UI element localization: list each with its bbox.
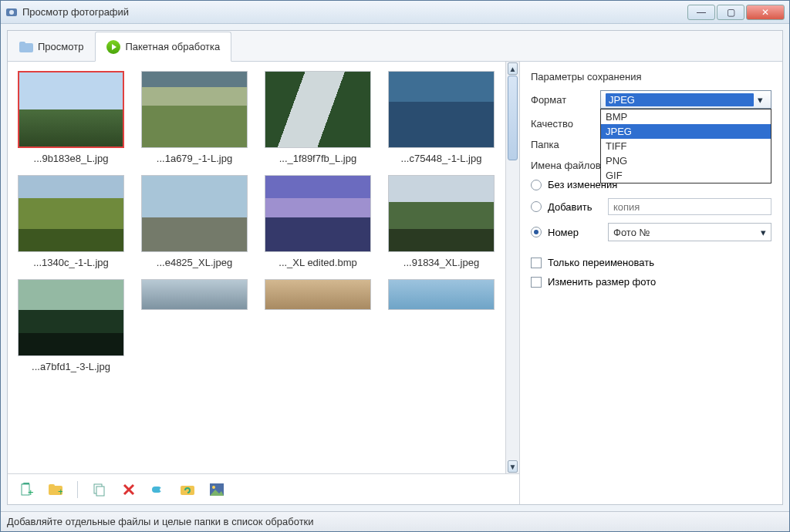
close-button[interactable]: ✕ — [746, 5, 785, 20]
maximize-button[interactable]: ▢ — [717, 5, 744, 20]
thumbnail-item[interactable] — [140, 279, 248, 372]
copy-icon[interactable] — [92, 482, 107, 497]
thumbnail-item[interactable]: ...9b183e8_L.jpg — [17, 71, 125, 164]
thumbnail-item[interactable]: ...1a679_-1-L.jpg — [140, 71, 248, 164]
window-frame: Просмотр фотографий — ▢ ✕ Просмотр Пакет… — [0, 0, 790, 532]
chevron-down-icon: ▾ — [761, 227, 766, 238]
number-value: Фото № — [613, 227, 650, 238]
format-dropdown: BMPJPEGTIFFPNGGIF — [600, 109, 771, 184]
thumbnail-caption: ...1a679_-1-L.jpg — [157, 153, 232, 164]
thumbnail-item[interactable] — [264, 279, 372, 372]
status-text: Добавляйте отдельные файлы и целые папки… — [7, 516, 314, 527]
separator — [77, 481, 78, 498]
thumbnail-item[interactable]: ...c75448_-1-L.jpg — [387, 71, 495, 164]
scrollbar[interactable]: ▲ ▼ — [505, 62, 519, 473]
thumbs-wrap: ...9b183e8_L.jpg...1a679_-1-L.jpg..._1f8… — [8, 62, 519, 473]
resize-row: Изменить размер фото — [531, 276, 771, 288]
folder-icon — [19, 40, 33, 54]
thumbnail-caption: ...e4825_XL.jpeg — [157, 257, 232, 268]
number-combo[interactable]: Фото № ▾ — [608, 223, 771, 241]
rename-only-checkbox[interactable] — [531, 258, 542, 268]
right-pane: Параметры сохранения Формат JPEG ▾ BMPJP… — [520, 62, 782, 504]
tab-view-label: Просмотр — [38, 41, 83, 52]
thumbnail-item[interactable]: ...e4825_XL.jpeg — [140, 175, 248, 268]
tab-batch[interactable]: Пакетная обработка — [95, 32, 231, 62]
radio-number[interactable] — [531, 227, 542, 237]
thumbnail-caption: ...a7bfd1_-3-L.jpg — [32, 361, 110, 372]
titlebar: Просмотр фотографий — ▢ ✕ — [1, 1, 789, 24]
app-icon — [5, 6, 18, 19]
radio-row-number: Номер Фото № ▾ — [531, 223, 771, 241]
svg-point-12 — [160, 488, 163, 491]
quality-label: Качество — [531, 118, 592, 130]
svg-rect-10 — [96, 487, 104, 496]
tab-view[interactable]: Просмотр — [8, 32, 95, 62]
format-option[interactable]: BMP — [601, 109, 771, 124]
format-option[interactable]: TIFF — [601, 139, 771, 153]
add-file-icon[interactable]: + — [19, 482, 34, 497]
radio-unchanged[interactable] — [531, 180, 542, 190]
thumbnail-image — [388, 279, 495, 310]
tab-bar: Просмотр Пакетная обработка — [8, 31, 782, 62]
format-row: Формат JPEG ▾ BMPJPEGTIFFPNGGIF — [531, 90, 771, 109]
radio-append[interactable] — [531, 201, 542, 212]
format-value: JPEG — [606, 93, 754, 106]
scroll-up-button[interactable]: ▲ — [508, 62, 518, 75]
thumbnail-image — [265, 279, 371, 310]
statusbar: Добавляйте отдельные файлы и целые папки… — [1, 511, 789, 531]
thumbnail-image — [141, 175, 248, 252]
thumbnail-item[interactable]: ..._XL edited.bmp — [264, 175, 372, 268]
format-label: Формат — [531, 94, 592, 106]
thumbnail-caption: ..._1f89f7fb_L.jpg — [279, 153, 356, 164]
image-icon[interactable] — [209, 482, 225, 497]
thumbnail-image — [141, 71, 248, 148]
refresh-folder-icon[interactable] — [180, 482, 195, 497]
resize-checkbox[interactable] — [531, 277, 542, 288]
folder-label: Папка — [531, 139, 592, 150]
thumbnail-item[interactable]: ..._1f89f7fb_L.jpg — [264, 71, 372, 164]
format-option[interactable]: JPEG — [601, 124, 771, 139]
radio-row-append: Добавить — [531, 198, 771, 215]
thumbnail-image — [265, 71, 371, 148]
thumbnail-image — [388, 71, 495, 148]
scroll-thumb[interactable] — [508, 76, 518, 160]
thumbnail-image — [18, 175, 124, 252]
append-input[interactable] — [608, 198, 771, 215]
thumbnail-image — [141, 279, 248, 310]
svg-point-15 — [212, 486, 215, 489]
radio-number-label: Номер — [548, 227, 602, 238]
svg-rect-7 — [49, 484, 55, 488]
window-title: Просмотр фотографий — [22, 6, 686, 18]
tag-icon[interactable] — [150, 482, 166, 497]
format-combo[interactable]: JPEG ▾ BMPJPEGTIFFPNGGIF — [600, 90, 771, 109]
thumbnail-item[interactable] — [387, 279, 495, 372]
left-pane: ...9b183e8_L.jpg...1a679_-1-L.jpg..._1f8… — [8, 62, 520, 504]
window-controls: — ▢ ✕ — [686, 5, 785, 20]
thumbnail-item[interactable]: ...a7bfd1_-3-L.jpg — [17, 279, 125, 372]
svg-point-1 — [9, 10, 14, 15]
scroll-track[interactable] — [508, 76, 518, 460]
toolbar: + + — [8, 473, 519, 504]
thumbnail-grid: ...9b183e8_L.jpg...1a679_-1-L.jpg..._1f8… — [8, 62, 505, 473]
format-option[interactable]: GIF — [601, 168, 771, 183]
radio-append-label: Добавить — [548, 201, 602, 213]
add-folder-icon[interactable]: + — [48, 482, 63, 497]
save-params-title: Параметры сохранения — [531, 71, 771, 82]
scroll-down-button[interactable]: ▼ — [508, 460, 518, 473]
resize-label: Изменить размер фото — [548, 276, 656, 288]
thumbnail-caption: ..._XL edited.bmp — [279, 257, 356, 268]
rename-only-row: Только переименовать — [531, 257, 771, 268]
chevron-down-icon: ▾ — [754, 91, 766, 108]
thumbnail-item[interactable]: ...91834_XL.jpeg — [387, 175, 495, 268]
thumbnail-image — [18, 279, 124, 356]
thumbnail-image — [388, 175, 495, 252]
content-frame: Просмотр Пакетная обработка ...9b183e8_L… — [7, 30, 783, 505]
thumbnail-caption: ...1340c_-1-L.jpg — [33, 257, 109, 268]
thumbnail-caption: ...c75448_-1-L.jpg — [401, 153, 482, 164]
format-option[interactable]: PNG — [601, 153, 771, 168]
delete-icon[interactable] — [121, 482, 137, 497]
thumbnail-item[interactable]: ...1340c_-1-L.jpg — [17, 175, 125, 268]
svg-rect-3 — [19, 42, 25, 46]
minimize-button[interactable]: — — [687, 5, 715, 20]
tab-batch-label: Пакетная обработка — [125, 41, 220, 52]
